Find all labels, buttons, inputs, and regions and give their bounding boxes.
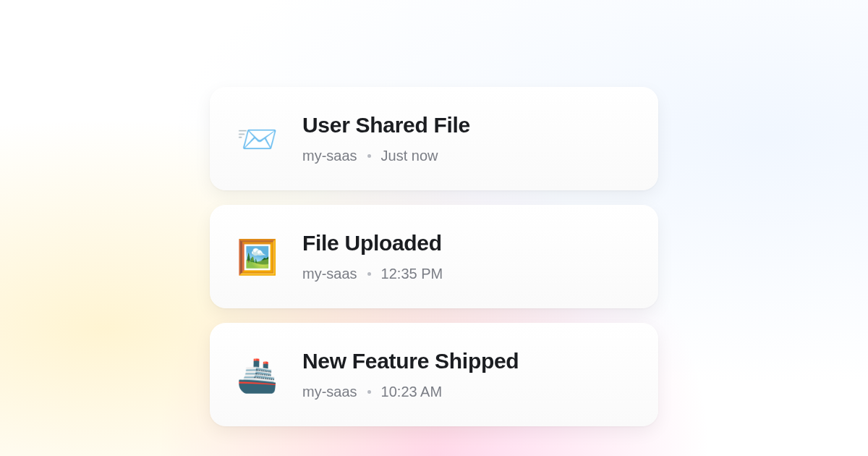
separator-dot bbox=[367, 154, 371, 158]
notification-meta: my-saas 12:35 PM bbox=[302, 266, 443, 282]
notification-time: 10:23 AM bbox=[381, 384, 443, 400]
notification-card[interactable]: 📨 User Shared File my-saas Just now bbox=[210, 87, 658, 190]
notification-source: my-saas bbox=[302, 384, 357, 400]
notification-card[interactable]: 🚢 New Feature Shipped my-saas 10:23 AM bbox=[210, 323, 658, 426]
notification-content: File Uploaded my-saas 12:35 PM bbox=[302, 231, 443, 282]
notification-time: 12:35 PM bbox=[381, 266, 443, 282]
notification-card[interactable]: 🖼️ File Uploaded my-saas 12:35 PM bbox=[210, 205, 658, 308]
notification-content: User Shared File my-saas Just now bbox=[302, 113, 470, 164]
separator-dot bbox=[367, 390, 371, 394]
notification-source: my-saas bbox=[302, 148, 357, 164]
notification-list: 📨 User Shared File my-saas Just now 🖼️ F… bbox=[210, 87, 658, 426]
separator-dot bbox=[367, 272, 371, 276]
incoming-envelope-icon: 📨 bbox=[237, 119, 276, 159]
notification-title: New Feature Shipped bbox=[302, 349, 519, 373]
notification-meta: my-saas Just now bbox=[302, 148, 470, 164]
notification-time: Just now bbox=[381, 148, 438, 164]
framed-picture-icon: 🖼️ bbox=[237, 237, 276, 276]
notification-title: User Shared File bbox=[302, 113, 470, 138]
notification-title: File Uploaded bbox=[302, 231, 443, 256]
notification-meta: my-saas 10:23 AM bbox=[302, 384, 519, 400]
notification-content: New Feature Shipped my-saas 10:23 AM bbox=[302, 349, 519, 400]
notification-source: my-saas bbox=[302, 266, 357, 282]
ship-icon: 🚢 bbox=[237, 355, 276, 394]
